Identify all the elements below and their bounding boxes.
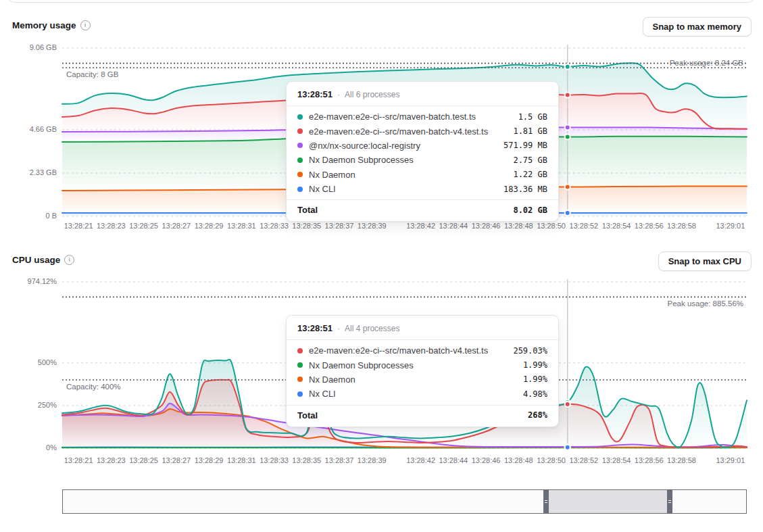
cpu-section-title: CPU usage i [12, 255, 74, 265]
process-label: Nx CLI [309, 184, 503, 194]
process-color-dot [297, 362, 303, 368]
crosshair-dot-orange [565, 185, 570, 190]
crosshair-dot-teal [565, 64, 570, 70]
tooltip-total-value: 268% [528, 410, 547, 420]
tooltip-process-row: Nx CLI183.36 MB [287, 182, 558, 196]
process-color-dot [297, 187, 303, 192]
cpu-title-text: CPU usage [12, 255, 60, 265]
process-color-dot [297, 172, 303, 177]
info-icon[interactable]: i [64, 255, 74, 265]
y-axis-label: 250% [0, 401, 57, 409]
timeline-brush-selection[interactable] [549, 490, 667, 513]
tooltip-separator: · [337, 324, 340, 333]
process-color-dot [297, 348, 303, 354]
brush-left-handle[interactable] [543, 490, 549, 513]
tooltip-total-value: 8.02 GB [513, 205, 547, 215]
crosshair-dot-blue [565, 445, 570, 450]
cpu-tooltip: 13:28:51 · All 4 processes e2e-maven:e2e… [286, 315, 559, 427]
process-label: e2e-maven:e2e-ci--src/maven-batch-v4.tes… [309, 345, 513, 356]
y-axis-label: 9.06 GB [0, 43, 57, 51]
process-label: e2e-maven:e2e-ci--src/maven-batch.test.t… [309, 112, 518, 122]
process-value: 1.22 GB [513, 170, 547, 179]
process-label: Nx Daemon [309, 374, 523, 385]
tooltip-process-row: Nx Daemon Subprocesses2.75 GB [287, 153, 558, 167]
peak-label: Peak usage: 8.24 GB [670, 59, 744, 67]
process-label: e2e-maven:e2e-ci--src/maven-batch-v4.tes… [309, 126, 513, 137]
tooltip-process-row: e2e-maven:e2e-ci--src/maven-batch-v4.tes… [287, 124, 558, 138]
top-section-divider [7, 0, 755, 3]
process-value: 1.81 GB [513, 126, 547, 136]
process-value: 1.99% [523, 360, 547, 370]
y-axis-label: 0% [0, 443, 57, 452]
y-axis-label: 4.66 GB [0, 125, 57, 133]
process-value: 4.98% [523, 389, 547, 399]
memory-section-title: Memory usage i [12, 20, 91, 30]
tooltip-process-row: e2e-maven:e2e-ci--src/maven-batch-v4.tes… [287, 343, 558, 358]
info-icon[interactable]: i [80, 20, 91, 30]
process-color-dot [297, 143, 303, 148]
x-axis-label: 13:29:01 [707, 456, 754, 464]
tooltip-total-label: Total [297, 410, 318, 420]
process-color-dot [297, 377, 303, 382]
y-axis-label: 974.12% [0, 277, 57, 285]
snap-to-max-cpu-button[interactable]: Snap to max CPU [658, 251, 752, 271]
capacity-label: Capacity: 400% [66, 383, 121, 391]
timeline-brush-track[interactable] [62, 489, 747, 514]
crosshair-dot-green [565, 134, 570, 139]
process-color-dot [297, 114, 303, 120]
tooltip-time: 13:28:51 [297, 323, 333, 333]
brush-right-handle[interactable] [667, 490, 672, 513]
y-axis-label: 0 B [0, 212, 57, 220]
capacity-label: Capacity: 8 GB [66, 70, 119, 78]
process-value: 571.99 MB [503, 141, 547, 150]
tooltip-process-row: e2e-maven:e2e-ci--src/maven-batch.test.t… [287, 110, 558, 124]
crosshair-dot-red [565, 93, 570, 98]
memory-tooltip: 13:28:51 · All 6 processes e2e-maven:e2e… [286, 81, 559, 222]
tooltip-process-row: Nx CLI4.98% [287, 387, 558, 401]
process-value: 259.03% [513, 346, 547, 356]
tooltip-header: 13:28:51 · All 6 processes [287, 82, 558, 106]
tooltip-process-row: @nx/nx-source:local-registry571.99 MB [287, 139, 558, 153]
y-axis-label: 2.33 GB [0, 168, 57, 176]
process-color-dot [297, 391, 303, 397]
tooltip-separator: · [337, 90, 340, 99]
process-color-dot [297, 128, 303, 134]
crosshair-dot-purple [565, 125, 570, 130]
process-label: Nx Daemon Subprocesses [309, 155, 513, 165]
tooltip-total-row: Total 268% [287, 405, 558, 427]
process-label: Nx Daemon [309, 170, 513, 180]
y-axis-label: 500% [0, 358, 57, 366]
process-value: 2.75 GB [513, 155, 547, 165]
tooltip-process-row: Nx Daemon Subprocesses1.99% [287, 358, 558, 372]
tooltip-process-row: Nx Daemon1.22 GB [287, 168, 558, 182]
x-axis-label: 13:28:39 [348, 222, 395, 230]
process-value: 1.5 GB [518, 112, 547, 122]
tooltip-total-row: Total 8.02 GB [287, 199, 558, 221]
process-value: 1.99% [523, 374, 547, 384]
snap-to-max-memory-button[interactable]: Snap to max memory [643, 17, 752, 37]
x-axis-label: 13:28:58 [658, 456, 706, 464]
process-value: 183.36 MB [503, 185, 547, 194]
crosshair-dot-blue [565, 210, 570, 216]
process-color-dot [297, 158, 303, 163]
crosshair-dot-red [565, 402, 570, 407]
tooltip-process-row: Nx Daemon1.99% [287, 372, 558, 387]
x-axis-label: 13:28:39 [348, 456, 395, 464]
process-label: @nx/nx-source:local-registry [309, 141, 503, 151]
tooltip-subtitle: All 6 processes [345, 90, 399, 99]
x-axis-label: 13:28:58 [658, 222, 706, 230]
tooltip-rows: e2e-maven:e2e-ci--src/maven-batch-v4.tes… [287, 340, 558, 405]
x-axis-label: 13:29:01 [707, 222, 754, 230]
tooltip-rows: e2e-maven:e2e-ci--src/maven-batch.test.t… [287, 106, 558, 199]
process-usage-page: Memory usage i Snap to max memory Capaci… [0, 0, 763, 532]
tooltip-total-label: Total [297, 205, 318, 215]
tooltip-header: 13:28:51 · All 4 processes [287, 316, 558, 340]
tooltip-time: 13:28:51 [297, 89, 333, 99]
memory-title-text: Memory usage [12, 20, 76, 30]
process-label: Nx Daemon Subprocesses [309, 360, 523, 370]
tooltip-subtitle: All 4 processes [345, 324, 399, 333]
peak-label: Peak usage: 885.56% [667, 299, 743, 308]
process-label: Nx CLI [309, 389, 523, 399]
